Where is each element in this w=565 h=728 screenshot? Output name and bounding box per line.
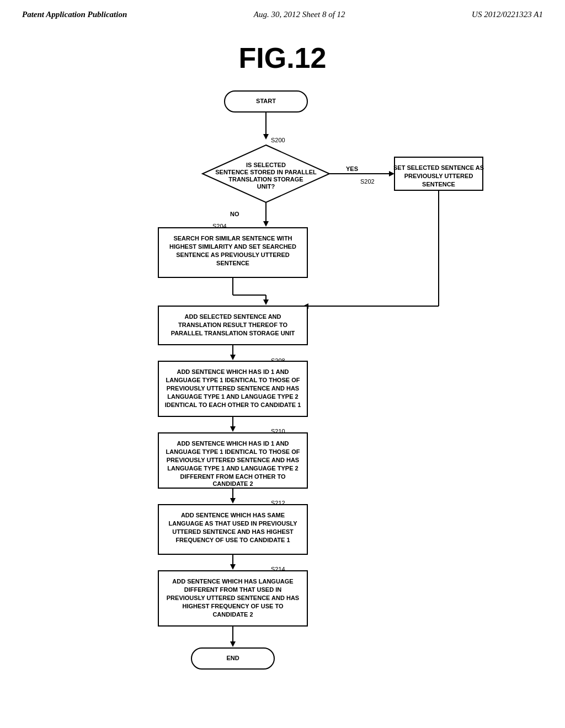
header-left: Patent Application Publication [22, 10, 127, 19]
end-label: END [226, 655, 239, 661]
svg-marker-9 [389, 171, 395, 176]
svg-text:ADD SENTENCE WHICH HAS ID 1 AN: ADD SENTENCE WHICH HAS ID 1 AND [177, 368, 289, 375]
svg-text:SEARCH FOR SIMILAR SENTENCE WI: SEARCH FOR SIMILAR SENTENCE WITH [173, 235, 292, 242]
svg-text:ADD SENTENCE WHICH HAS SAME: ADD SENTENCE WHICH HAS SAME [181, 512, 285, 518]
svg-text:LANGUAGE TYPE 1 IDENTICAL TO T: LANGUAGE TYPE 1 IDENTICAL TO THOSE OF [166, 448, 300, 455]
svg-text:LANGUAGE TYPE 1 AND LANGUAGE T: LANGUAGE TYPE 1 AND LANGUAGE TYPE 2 [167, 465, 298, 472]
svg-text:ADD SELECTED SENTENCE AND: ADD SELECTED SENTENCE AND [185, 313, 281, 320]
svg-text:DIFFERENT FROM THAT USED IN: DIFFERENT FROM THAT USED IN [184, 586, 281, 593]
header-center: Aug. 30, 2012 Sheet 8 of 12 [254, 10, 345, 19]
svg-text:UTTERED SENTENCE AND HAS HIGHE: UTTERED SENTENCE AND HAS HIGHEST [172, 528, 294, 535]
svg-text:LANGUAGE TYPE 1 IDENTICAL TO T: LANGUAGE TYPE 1 IDENTICAL TO THOSE OF [166, 377, 300, 383]
svg-marker-50 [230, 498, 236, 504]
svg-marker-33 [230, 355, 236, 360]
svg-marker-41 [230, 426, 236, 432]
svg-text:PARALLEL TRANSLATION STORAGE U: PARALLEL TRANSLATION STORAGE UNIT [171, 330, 295, 336]
flowchart-container: .fc-text { font-family: Arial, sans-seri… [0, 85, 565, 681]
svg-marker-27 [263, 299, 269, 305]
page-header: Patent Application Publication Aug. 30, … [0, 0, 565, 25]
svg-text:DIFFERENT FROM EACH OTHER TO: DIFFERENT FROM EACH OTHER TO [180, 473, 286, 480]
svg-text:ADD SENTENCE WHICH HAS ID 1 AN: ADD SENTENCE WHICH HAS ID 1 AND [177, 440, 289, 447]
flowchart-svg: .fc-text { font-family: Arial, sans-seri… [76, 85, 489, 681]
svg-text:PREVIOUSLY UTTERED SENTENCE AN: PREVIOUSLY UTTERED SENTENCE AND HAS [167, 385, 299, 392]
no-label: NO [230, 211, 239, 217]
svg-text:UNIT?: UNIT? [257, 183, 275, 190]
s202-step: S202 [360, 178, 375, 185]
svg-text:LANGUAGE AS THAT USED IN PREVI: LANGUAGE AS THAT USED IN PREVIOUSLY [168, 520, 297, 527]
svg-text:IS SELECTED: IS SELECTED [246, 162, 286, 168]
svg-text:CANDIDATE 2: CANDIDATE 2 [212, 480, 253, 487]
yes-label: YES [346, 165, 358, 172]
svg-text:SET SELECTED SENTENCE AS: SET SELECTED SENTENCE AS [393, 164, 484, 171]
figure-title: FIG.12 [0, 41, 565, 74]
svg-text:SENTENCE: SENTENCE [216, 260, 249, 266]
svg-text:HIGHEST FREQUENCY OF USE TO: HIGHEST FREQUENCY OF USE TO [183, 603, 284, 609]
svg-text:SENTENCE: SENTENCE [422, 181, 455, 188]
svg-marker-57 [230, 564, 236, 570]
svg-text:LANGUAGE TYPE 1 AND LANGUAGE T: LANGUAGE TYPE 1 AND LANGUAGE TYPE 2 [167, 393, 298, 400]
svg-text:IDENTICAL TO EACH OTHER TO CAN: IDENTICAL TO EACH OTHER TO CANDIDATE 1 [165, 402, 301, 408]
svg-text:PREVIOUSLY UTTERED SENTENCE AN: PREVIOUSLY UTTERED SENTENCE AND HAS [167, 595, 299, 601]
svg-text:TRANSLATION RESULT THEREOF TO: TRANSLATION RESULT THEREOF TO [178, 322, 287, 328]
start-label: START [256, 98, 276, 104]
s200-label: S200 [271, 137, 285, 143]
svg-text:PREVIOUSLY UTTERED: PREVIOUSLY UTTERED [404, 173, 473, 179]
svg-marker-18 [263, 221, 269, 227]
header-right: US 2012/0221323 A1 [472, 10, 543, 19]
svg-text:FREQUENCY OF USE TO CANDIDATE : FREQUENCY OF USE TO CANDIDATE 1 [175, 537, 290, 543]
svg-marker-65 [230, 641, 236, 647]
svg-text:TRANSLATION STORAGE: TRANSLATION STORAGE [228, 176, 303, 183]
svg-marker-2 [263, 134, 269, 140]
svg-text:SENTENCE STORED IN PARALLEL: SENTENCE STORED IN PARALLEL [215, 169, 317, 175]
svg-text:CANDIDATE 2: CANDIDATE 2 [212, 611, 253, 618]
svg-text:PREVIOUSLY UTTERED SENTENCE AN: PREVIOUSLY UTTERED SENTENCE AND HAS [167, 457, 299, 463]
svg-text:SENTENCE AS PREVIOUSLY UTTERED: SENTENCE AS PREVIOUSLY UTTERED [176, 251, 290, 258]
svg-text:ADD SENTENCE WHICH HAS LANGUAG: ADD SENTENCE WHICH HAS LANGUAGE [172, 578, 293, 585]
svg-text:HIGHEST SIMILARITY AND SET SEA: HIGHEST SIMILARITY AND SET SEARCHED [169, 243, 296, 250]
